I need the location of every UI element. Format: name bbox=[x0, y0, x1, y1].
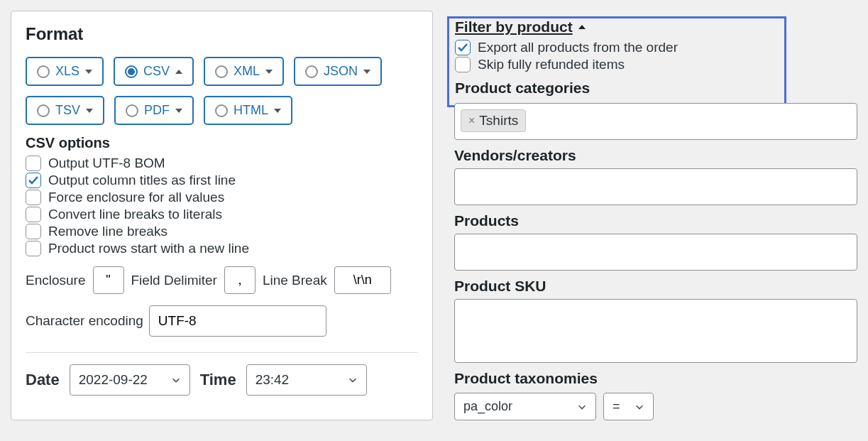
caret-down-icon bbox=[363, 70, 370, 74]
category-tag: × Tshirts bbox=[461, 109, 526, 132]
checkbox-icon bbox=[26, 241, 41, 256]
checkbox-label: Remove line breaks bbox=[48, 224, 167, 239]
csv-delimiter-row: Enclosure Field Delimiter Line Break bbox=[26, 266, 418, 294]
checkbox-label: Product rows start with a new line bbox=[48, 241, 249, 256]
format-options-row2: TSV PDF HTML bbox=[26, 96, 418, 125]
filter-by-product-toggle[interactable]: Filter by product bbox=[455, 18, 586, 36]
csv-check-utf8bom[interactable]: Output UTF-8 BOM bbox=[26, 156, 418, 171]
sku-label: Product SKU bbox=[454, 278, 857, 295]
chevron-down-icon bbox=[634, 402, 644, 412]
format-label: HTML bbox=[234, 103, 268, 118]
skip-refunded-check[interactable]: Skip fully refunded items bbox=[455, 57, 779, 72]
format-label: JSON bbox=[324, 64, 358, 79]
radio-icon bbox=[215, 104, 228, 117]
taxonomies-label: Product taxonomies bbox=[454, 370, 857, 387]
checkbox-icon bbox=[26, 224, 41, 239]
taxonomy-op-value: = bbox=[612, 399, 620, 414]
encoding-input[interactable] bbox=[149, 305, 326, 337]
chevron-down-icon bbox=[348, 375, 358, 385]
enclosure-label: Enclosure bbox=[26, 273, 86, 288]
format-label: XML bbox=[234, 64, 260, 79]
format-label: PDF bbox=[144, 103, 170, 118]
caret-down-icon bbox=[274, 109, 281, 113]
csv-check-convert-linebreaks[interactable]: Convert line breaks to literals bbox=[26, 207, 418, 222]
format-option-tsv[interactable]: TSV bbox=[26, 96, 104, 125]
radio-icon bbox=[37, 104, 50, 117]
encoding-label: Character encoding bbox=[26, 313, 143, 329]
format-option-xls[interactable]: XLS bbox=[26, 57, 104, 86]
delimiter-input[interactable] bbox=[224, 266, 256, 294]
categories-input[interactable]: × Tshirts bbox=[454, 103, 857, 140]
format-panel: Format XLS CSV XML JSON bbox=[11, 11, 433, 420]
csv-check-column-titles[interactable]: Output column titles as first line bbox=[26, 173, 418, 188]
time-select[interactable]: 23:42 bbox=[246, 364, 367, 396]
separator bbox=[26, 352, 418, 353]
radio-icon bbox=[125, 65, 138, 78]
taxonomy-row: pa_color = bbox=[454, 393, 857, 420]
time-label: Time bbox=[200, 371, 236, 389]
products-input[interactable] bbox=[454, 234, 857, 271]
linebreak-label: Line Break bbox=[263, 273, 327, 288]
taxonomy-operator-select[interactable]: = bbox=[603, 393, 654, 420]
format-label: XLS bbox=[55, 64, 79, 79]
checkbox-icon bbox=[26, 190, 41, 205]
taxonomy-attribute-select[interactable]: pa_color bbox=[454, 393, 596, 420]
checkbox-icon bbox=[455, 57, 471, 72]
csv-options-title: CSV options bbox=[26, 135, 418, 151]
caret-up-icon bbox=[175, 70, 182, 74]
checkbox-label: Skip fully refunded items bbox=[478, 57, 625, 72]
datetime-row: Date 2022-09-22 Time 23:42 bbox=[26, 364, 418, 396]
caret-down-icon bbox=[175, 109, 182, 113]
csv-check-remove-linebreaks[interactable]: Remove line breaks bbox=[26, 224, 418, 239]
format-option-xml[interactable]: XML bbox=[204, 57, 284, 86]
taxonomy-attr-value: pa_color bbox=[463, 399, 512, 414]
date-value: 2022-09-22 bbox=[79, 372, 148, 388]
format-options-row1: XLS CSV XML JSON bbox=[26, 57, 418, 86]
radio-icon bbox=[126, 104, 138, 117]
filter-title: Filter by product bbox=[455, 18, 573, 36]
checkbox-label: Convert line breaks to literals bbox=[48, 207, 222, 222]
delimiter-label: Field Delimiter bbox=[131, 273, 217, 288]
caret-down-icon bbox=[86, 109, 93, 113]
csv-check-product-rows-newline[interactable]: Product rows start with a new line bbox=[26, 241, 418, 256]
remove-tag-icon[interactable]: × bbox=[468, 115, 475, 126]
date-select[interactable]: 2022-09-22 bbox=[70, 364, 190, 396]
checkbox-label: Force enclosure for all values bbox=[48, 190, 224, 205]
vendors-input[interactable] bbox=[454, 168, 857, 205]
checkbox-icon bbox=[26, 207, 41, 222]
checkbox-label: Output UTF-8 BOM bbox=[48, 156, 165, 171]
highlight-box: Filter by product Export all products fr… bbox=[447, 16, 786, 107]
chevron-down-icon bbox=[171, 375, 181, 385]
format-label: CSV bbox=[143, 64, 170, 79]
radio-icon bbox=[305, 65, 318, 78]
checkbox-label: Export all products from the order bbox=[478, 40, 678, 55]
format-option-json[interactable]: JSON bbox=[294, 57, 382, 86]
csv-check-force-enclosure[interactable]: Force enclosure for all values bbox=[26, 190, 418, 205]
time-value: 23:42 bbox=[256, 372, 290, 388]
checkbox-icon bbox=[26, 173, 41, 188]
caret-down-icon bbox=[265, 70, 273, 74]
sku-input[interactable] bbox=[454, 299, 857, 363]
categories-label: Product categories bbox=[455, 80, 779, 97]
export-all-products-check[interactable]: Export all products from the order bbox=[455, 40, 779, 55]
caret-down-icon bbox=[85, 70, 92, 74]
chevron-down-icon bbox=[577, 402, 587, 412]
tag-label: Tshirts bbox=[479, 113, 518, 129]
filter-panel: Filter by product Export all products fr… bbox=[454, 11, 857, 420]
format-title: Format bbox=[26, 24, 418, 44]
radio-icon bbox=[215, 65, 228, 78]
products-label: Products bbox=[454, 212, 857, 229]
format-option-pdf[interactable]: PDF bbox=[114, 96, 194, 125]
vendors-label: Vendors/creators bbox=[454, 147, 857, 164]
checkbox-label: Output column titles as first line bbox=[48, 173, 236, 188]
format-option-html[interactable]: HTML bbox=[204, 96, 292, 125]
checkbox-icon bbox=[26, 156, 41, 171]
format-label: TSV bbox=[55, 103, 80, 118]
linebreak-input[interactable] bbox=[334, 266, 391, 294]
checkbox-icon bbox=[455, 40, 471, 55]
date-label: Date bbox=[26, 371, 60, 389]
encoding-row: Character encoding bbox=[26, 305, 418, 337]
radio-icon bbox=[37, 65, 50, 78]
format-option-csv[interactable]: CSV bbox=[114, 57, 194, 86]
enclosure-input[interactable] bbox=[93, 266, 124, 294]
